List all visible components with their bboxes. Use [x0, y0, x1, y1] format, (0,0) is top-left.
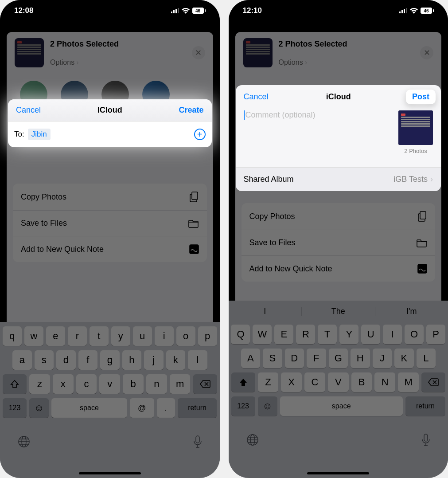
post-button[interactable]: Post — [406, 90, 436, 104]
svg-rect-1 — [173, 10, 175, 13]
shared-album-row[interactable]: Shared Album iGB Tests› — [236, 167, 441, 191]
dim-overlay — [0, 0, 220, 478]
status-indicators: 46 — [399, 8, 434, 14]
dialog-title: iCloud — [97, 106, 122, 115]
battery-icon: 46 — [192, 8, 206, 14]
photo-count: 2 Photos — [398, 148, 433, 154]
status-time: 12:10 — [243, 6, 262, 15]
shared-album-label: Shared Album — [244, 175, 294, 184]
create-button[interactable]: Create — [179, 106, 203, 115]
home-indicator[interactable] — [307, 472, 369, 474]
home-indicator[interactable] — [79, 472, 141, 474]
svg-rect-10 — [401, 10, 403, 13]
comment-input[interactable]: Comment (optional) — [244, 110, 393, 159]
cellular-icon — [399, 8, 407, 13]
icloud-post-dialog: Cancel iCloud Post Comment (optional) 2 … — [236, 85, 441, 191]
wifi-icon — [410, 8, 418, 14]
svg-rect-0 — [171, 12, 172, 13]
svg-rect-12 — [406, 8, 407, 13]
dialog-title: iCloud — [326, 92, 351, 102]
svg-rect-11 — [404, 9, 405, 13]
status-bar: 12:08 46 — [0, 0, 220, 21]
battery-icon: 46 — [421, 8, 434, 14]
add-recipient-icon[interactable]: + — [194, 129, 206, 140]
status-bar: 12:10 46 — [229, 0, 448, 21]
to-label: To: — [14, 130, 24, 139]
post-thumbnail[interactable] — [398, 110, 433, 145]
cellular-icon — [171, 8, 179, 13]
status-indicators: 46 — [171, 8, 206, 14]
shared-album-value: iGB Tests — [393, 175, 428, 184]
status-time: 12:08 — [14, 6, 33, 15]
svg-rect-3 — [178, 8, 179, 13]
phone-left: 12:08 46 2 Photos Selected Options› ✕ Co… — [0, 0, 220, 478]
cancel-button[interactable]: Cancel — [16, 106, 41, 115]
icloud-share-dialog: Cancel iCloud Create To: Jibin + — [8, 99, 212, 147]
dim-overlay — [229, 0, 448, 478]
recipient-chip[interactable]: Jibin — [28, 129, 51, 140]
svg-rect-2 — [175, 9, 177, 13]
wifi-icon — [182, 8, 190, 14]
phone-right: 12:10 46 2 Photos Selected Options› ✕ Co… — [229, 0, 448, 478]
cancel-button[interactable]: Cancel — [244, 92, 269, 102]
svg-rect-9 — [399, 12, 401, 13]
